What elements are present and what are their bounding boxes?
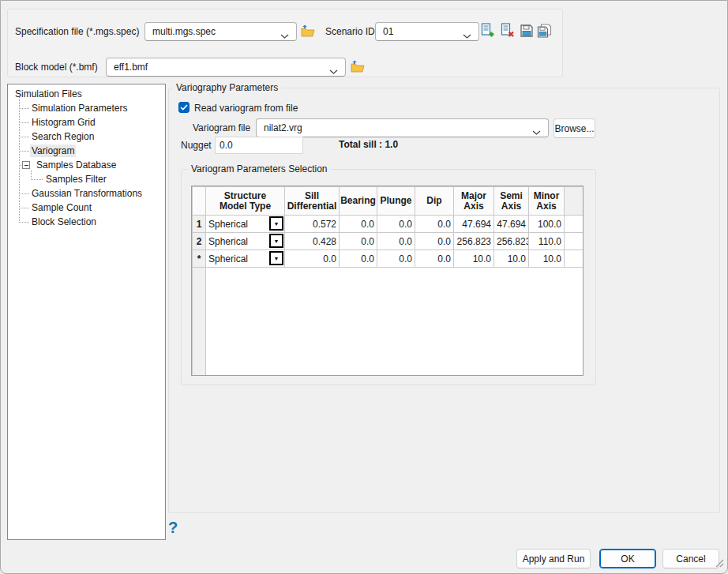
chevron-down-icon <box>463 30 471 41</box>
scenario-id-value: 01 <box>383 26 393 37</box>
block-model-value: eff1.bmf <box>114 62 148 73</box>
tree-item-samples-database[interactable]: Samples Database <box>35 159 118 171</box>
tree-item-variogram[interactable]: Variogram <box>30 144 76 157</box>
col-semi-axis: SemiAxis <box>494 187 529 216</box>
save-as-scenario-button[interactable] <box>536 24 552 39</box>
apply-and-run-button[interactable]: Apply and Run <box>516 549 591 568</box>
tree-item-histogram-grid[interactable]: Histogram Grid <box>30 116 97 129</box>
variogram-parameters-table: StructureModel Type SillDifferential Bea… <box>191 186 584 376</box>
structure-model-cell[interactable]: Spherical▼ <box>206 216 285 233</box>
sill-cell[interactable]: 0.572 <box>285 216 340 233</box>
delete-scenario-button[interactable] <box>499 24 515 39</box>
tree-item-simulation-parameters[interactable]: Simulation Parameters <box>30 102 129 114</box>
minor-axis-cell[interactable]: 100.0 <box>529 216 565 233</box>
add-scenario-icon <box>480 23 495 40</box>
tree-item-gaussian-transformations[interactable]: Gaussian Transformations <box>30 187 144 200</box>
variogram-file-value: nilat2.vrg <box>264 122 302 133</box>
tree-connector-line <box>19 122 29 123</box>
row-header-cell[interactable]: 2 <box>193 233 206 250</box>
tree-item-samples-filter[interactable]: Samples Filter <box>44 173 108 186</box>
structure-model-cell[interactable]: Spherical▼ <box>206 250 285 268</box>
dropdown-arrow-icon[interactable]: ▼ <box>269 216 283 231</box>
row-header-cell[interactable]: 1 <box>193 216 206 233</box>
open-folder-icon <box>351 60 365 75</box>
cancel-button[interactable]: Cancel <box>662 549 719 568</box>
bearing-cell[interactable]: 0.0 <box>340 250 377 268</box>
row-header-strip <box>193 268 206 376</box>
col-sill-differential: SillDifferential <box>285 187 340 216</box>
tree-item-search-region[interactable]: Search Region <box>30 130 96 143</box>
open-block-model-folder-button[interactable] <box>350 59 366 75</box>
minor-axis-cell[interactable]: 110.0 <box>529 233 565 250</box>
major-axis-cell[interactable]: 10.0 <box>454 250 494 268</box>
col-major-axis: MajorAxis <box>454 187 494 216</box>
read-variogram-label: Read variogram from file <box>194 103 298 114</box>
semi-axis-cell[interactable]: 47.694 <box>494 216 529 233</box>
major-axis-cell[interactable]: 256.823 <box>454 233 494 250</box>
tree-connector-line <box>19 222 29 223</box>
read-variogram-checkbox[interactable] <box>178 102 190 113</box>
dropdown-arrow-icon[interactable]: ▼ <box>269 251 283 265</box>
dropdown-arrow-icon[interactable]: ▼ <box>269 234 283 248</box>
tree-item-simulation-files[interactable]: Simulation Files <box>13 88 84 100</box>
sill-cell[interactable]: 0.428 <box>285 233 340 250</box>
bearing-cell[interactable]: 0.0 <box>340 233 377 250</box>
dip-cell[interactable]: 0.0 <box>415 250 454 268</box>
save-icon <box>520 24 534 40</box>
help-button[interactable]: ? <box>168 520 178 535</box>
dip-cell[interactable]: 0.0 <box>415 216 454 233</box>
tree-connector-line <box>19 137 29 137</box>
resize-grip[interactable] <box>715 558 724 570</box>
save-scenario-button[interactable] <box>519 24 535 39</box>
scenario-id-combobox[interactable]: 01 <box>375 22 479 41</box>
col-dip: Dip <box>415 187 454 216</box>
dialog-window: Specification file (*.mgs.spec) multi.mg… <box>0 0 728 574</box>
bearing-cell[interactable]: 0.0 <box>340 216 377 233</box>
ok-button[interactable]: OK <box>599 549 656 568</box>
chevron-down-icon <box>532 126 541 137</box>
col-minor-axis: MinorAxis <box>529 187 565 216</box>
collapse-samples-database-icon[interactable] <box>22 161 30 169</box>
table-row: * Spherical▼ 0.0 0.0 0.0 0.0 10.0 10.0 1… <box>193 250 584 268</box>
filler-cell <box>565 233 584 250</box>
open-folder-icon <box>301 24 315 39</box>
minor-axis-cell[interactable]: 10.0 <box>529 250 565 268</box>
structure-model-cell[interactable]: Spherical▼ <box>206 233 285 250</box>
chevron-down-icon <box>329 66 338 77</box>
plunge-cell[interactable]: 0.0 <box>377 233 415 250</box>
variogram-file-combobox[interactable]: nilat2.vrg <box>256 118 549 137</box>
variogram-file-label: Variogram file <box>193 122 250 134</box>
nugget-input[interactable] <box>215 137 303 154</box>
spec-file-combobox[interactable]: multi.mgs.spec <box>144 22 297 41</box>
tree-item-block-selection[interactable]: Block Selection <box>30 216 98 228</box>
dip-cell[interactable]: 0.0 <box>415 233 454 250</box>
row-header-cell[interactable]: * <box>193 250 206 268</box>
nugget-label: Nugget <box>181 140 212 152</box>
delete-scenario-icon <box>500 23 515 40</box>
table-empty-area <box>193 268 584 376</box>
col-plunge: Plunge <box>377 187 415 216</box>
add-scenario-button[interactable] <box>479 24 495 39</box>
filler-cell <box>565 216 584 233</box>
plunge-cell[interactable]: 0.0 <box>377 250 415 268</box>
table-row: 1 Spherical▼ 0.572 0.0 0.0 0.0 47.694 47… <box>193 216 584 233</box>
plunge-cell[interactable]: 0.0 <box>377 216 415 233</box>
open-spec-folder-button[interactable] <box>300 24 316 39</box>
variogram-selection-title: Variogram Parameters Selection <box>188 163 331 174</box>
tree-connector-line <box>19 108 29 109</box>
tree-item-sample-count[interactable]: Sample Count <box>30 201 93 214</box>
semi-axis-cell[interactable]: 256.823 <box>494 233 529 250</box>
filler-cell <box>565 250 584 268</box>
semi-axis-cell[interactable]: 10.0 <box>494 250 529 268</box>
sill-cell[interactable]: 0.0 <box>285 250 340 268</box>
major-axis-cell[interactable]: 47.694 <box>454 216 494 233</box>
tree-connector-line <box>31 179 43 180</box>
chevron-down-icon <box>280 30 289 41</box>
browse-button[interactable]: Browse... <box>554 118 595 138</box>
check-icon <box>180 102 188 113</box>
col-structure-model-type: StructureModel Type <box>206 187 285 216</box>
scenario-id-label: Scenario ID <box>325 26 375 38</box>
block-model-combobox[interactable]: eff1.bmf <box>106 58 346 77</box>
total-sill-label: Total sill : 1.0 <box>339 139 398 151</box>
spec-file-value: multi.mgs.spec <box>152 26 216 37</box>
